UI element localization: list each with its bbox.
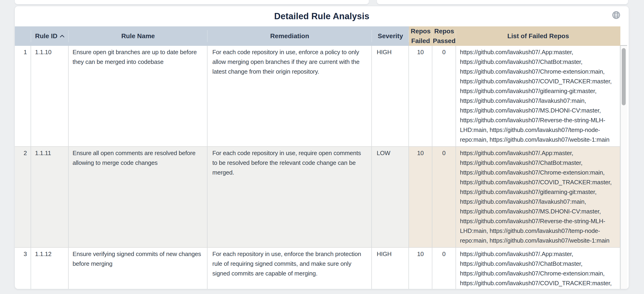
repos-passed-cell: 0: [432, 46, 456, 146]
header-failed-repos-list-label: List of Failed Repos: [507, 31, 569, 41]
header-repos-failed-label: Repos Failed: [410, 26, 431, 46]
header-index: [15, 26, 31, 46]
vertical-scrollbar: [620, 26, 627, 289]
header-severity-label: Severity: [378, 31, 403, 41]
page-title: Detailed Rule Analysis: [274, 11, 370, 21]
header-repos-passed-label: Repos Passed: [433, 26, 456, 46]
rule-name-cell: Ensure all open comments are resolved be…: [68, 147, 208, 247]
scrollbar-thumb[interactable]: [622, 48, 626, 105]
sort-ascending-icon: [60, 34, 65, 38]
globe-icon[interactable]: [612, 10, 621, 20]
table-row: 2 1.1.11 Ensure all open comments are re…: [15, 147, 620, 248]
rule-id-cell: 1.1.11: [31, 147, 68, 247]
scrollbar-header-spacer: [620, 26, 627, 46]
header-remediation-label: Remediation: [270, 31, 309, 41]
header-severity[interactable]: Severity: [372, 26, 409, 46]
rule-id-cell: 1.1.12: [31, 248, 68, 289]
table-header-row: Rule ID Rule Name Remediation Severity R…: [15, 26, 620, 46]
detailed-rule-analysis-card: Detailed Rule Analysis Rule ID: [15, 6, 629, 289]
remediation-cell: For each code repository in use, require…: [208, 147, 372, 247]
rule-id-cell: 1.1.10: [31, 46, 68, 146]
header-repos-passed[interactable]: Repos Passed: [432, 26, 456, 46]
rule-analysis-table: Rule ID Rule Name Remediation Severity R…: [15, 26, 629, 289]
failed-repos-cell: https://github.com/lavakush07/.App:maste…: [456, 46, 620, 146]
previous-card-left-edge: [15, 0, 369, 4]
header-rule-id[interactable]: Rule ID: [31, 26, 68, 46]
rule-name-cell: Ensure open git branches are up to date …: [68, 46, 208, 146]
remediation-cell: For each repository in use, enforce the …: [208, 248, 372, 289]
rule-name-cell: Ensure verifying signed commits of new c…: [68, 248, 208, 289]
repos-failed-cell: 10: [409, 46, 432, 146]
repos-passed-cell: 0: [432, 248, 456, 289]
header-rule-id-label: Rule ID: [35, 31, 57, 41]
header-repos-failed[interactable]: Repos Failed: [409, 26, 432, 46]
severity-cell: HIGH: [372, 248, 409, 289]
repos-failed-cell: 10: [409, 147, 432, 247]
repos-passed-cell: 0: [432, 147, 456, 247]
severity-cell: LOW: [372, 147, 409, 247]
failed-repos-cell: https://github.com/lavakush07/.App:maste…: [456, 147, 620, 247]
header-rule-name[interactable]: Rule Name: [68, 26, 208, 46]
severity-cell: HIGH: [372, 46, 409, 146]
scrollbar-track[interactable]: [620, 46, 627, 289]
header-failed-repos-list[interactable]: List of Failed Repos: [456, 26, 620, 46]
failed-repos-cell: https://github.com/lavakush07/.App:maste…: [456, 248, 620, 289]
previous-card-right-edge: [377, 0, 628, 4]
table-row: 3 1.1.12 Ensure verifying signed commits…: [15, 248, 620, 289]
header-rule-name-label: Rule Name: [121, 31, 155, 41]
row-index: 1: [15, 46, 31, 146]
header-remediation[interactable]: Remediation: [208, 26, 372, 46]
card-header: Detailed Rule Analysis: [15, 6, 629, 26]
remediation-cell: For each code repository in use, enforce…: [208, 46, 372, 146]
row-index: 3: [15, 248, 31, 289]
table-row: 1 1.1.10 Ensure open git branches are up…: [15, 46, 620, 147]
row-index: 2: [15, 147, 31, 247]
repos-failed-cell: 10: [409, 248, 432, 289]
